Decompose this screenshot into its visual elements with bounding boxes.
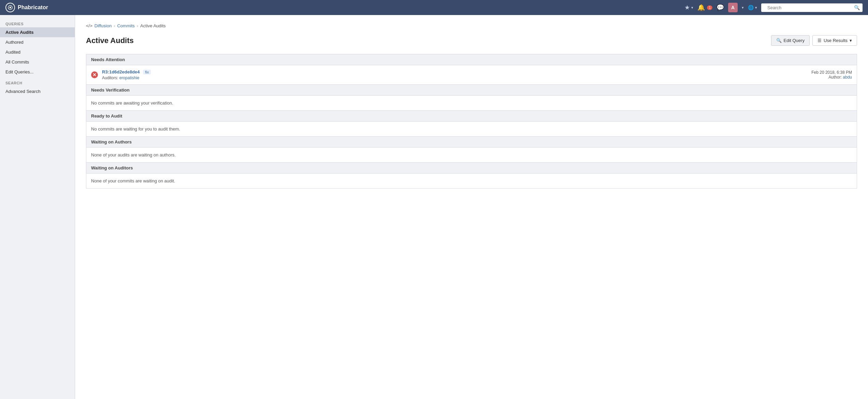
section-needs-verification: Needs Verification No commits are awaiti… bbox=[86, 85, 857, 111]
empty-message-needs-verification: No commits are awaiting your verificatio… bbox=[86, 96, 857, 110]
breadcrumb-sep-1: › bbox=[114, 23, 115, 28]
queries-section-label: QUERIES bbox=[0, 18, 75, 27]
sidebar-item-authored[interactable]: Authored bbox=[0, 37, 75, 47]
commit-hash-link[interactable]: R3:1d6d2ede8de4 bbox=[102, 69, 140, 74]
use-results-button[interactable]: ☰ Use Results ▾ bbox=[812, 35, 857, 46]
app-name: Phabricator bbox=[18, 4, 48, 11]
auditor-link[interactable]: eropatishie bbox=[119, 75, 140, 80]
breadcrumb-current: Active Audits bbox=[140, 23, 165, 28]
page-title: Active Audits bbox=[86, 36, 134, 45]
commit-tag: fix bbox=[143, 70, 151, 74]
logo-icon bbox=[5, 3, 15, 12]
section-ready-to-audit: Ready to Audit No commits are waiting fo… bbox=[86, 111, 857, 137]
use-results-chevron: ▾ bbox=[850, 38, 852, 43]
commit-info: R3:1d6d2ede8de4 fix Auditors: eropatishi… bbox=[102, 69, 807, 80]
logo-link[interactable]: Phabricator bbox=[5, 3, 48, 12]
breadcrumb-diffusion[interactable]: Diffusion bbox=[95, 23, 112, 28]
notification-badge: 1 bbox=[707, 5, 712, 10]
section-body-ready-to-audit: No commits are waiting for you to audit … bbox=[86, 122, 857, 136]
commit-auditors: Auditors: eropatishie bbox=[102, 75, 807, 80]
svg-point-1 bbox=[10, 7, 11, 9]
use-results-icon: ☰ bbox=[818, 38, 822, 43]
section-header-waiting-on-auditors: Waiting on Auditors bbox=[86, 163, 857, 174]
commit-row: ✕ R3:1d6d2ede8de4 fix Auditors: eropatis… bbox=[86, 65, 857, 84]
sidebar-item-edit-queries[interactable]: Edit Queries... bbox=[0, 67, 75, 77]
search-container: 🔍 bbox=[761, 3, 863, 12]
section-body-needs-verification: No commits are awaiting your verificatio… bbox=[86, 96, 857, 110]
sidebar-item-advanced-search[interactable]: Advanced Search bbox=[0, 86, 75, 96]
section-header-waiting-on-authors: Waiting on Authors bbox=[86, 137, 857, 148]
breadcrumb-sep-2: › bbox=[137, 23, 138, 28]
sidebar-item-audited[interactable]: Audited bbox=[0, 47, 75, 57]
section-body-waiting-on-auditors: None of your commits are waiting on audi… bbox=[86, 174, 857, 188]
topnav: Phabricator ★ ▾ 🔔 1 💬 A ▾ 🌐 ▾ 🔍 bbox=[0, 0, 868, 15]
header-actions: 🔍 Edit Query ☰ Use Results ▾ bbox=[771, 35, 857, 46]
layout: QUERIES Active Audits Authored Audited A… bbox=[0, 15, 868, 399]
commit-hash: R3:1d6d2ede8de4 fix bbox=[102, 69, 807, 74]
avatar-dropdown-icon[interactable]: ▾ bbox=[742, 5, 744, 10]
edit-query-icon: 🔍 bbox=[776, 38, 782, 43]
favorites-icon[interactable]: ★ ▾ bbox=[684, 4, 693, 11]
search-icon[interactable]: 🔍 bbox=[854, 5, 860, 10]
breadcrumb-commits[interactable]: Commits bbox=[117, 23, 134, 28]
commit-author: Author: abdu bbox=[811, 75, 852, 80]
section-waiting-on-auditors: Waiting on Auditors None of your commits… bbox=[86, 163, 857, 189]
empty-message-ready-to-audit: No commits are waiting for you to audit … bbox=[86, 122, 857, 136]
section-body-waiting-on-authors: None of your audits are waiting on autho… bbox=[86, 148, 857, 162]
sidebar: QUERIES Active Audits Authored Audited A… bbox=[0, 15, 75, 399]
sidebar-item-all-commits[interactable]: All Commits bbox=[0, 57, 75, 67]
author-link[interactable]: abdu bbox=[843, 75, 852, 80]
diffusion-icon: </> bbox=[86, 23, 92, 28]
breadcrumb: </> Diffusion › Commits › Active Audits bbox=[86, 23, 857, 28]
globe-icon[interactable]: 🌐 ▾ bbox=[748, 5, 757, 10]
empty-message-waiting-on-auditors: None of your commits are waiting on audi… bbox=[86, 174, 857, 188]
section-header-needs-attention: Needs Attention bbox=[86, 54, 857, 65]
section-header-needs-verification: Needs Verification bbox=[86, 85, 857, 96]
commit-date: Feb 20 2018, 6:38 PM bbox=[811, 70, 852, 75]
section-waiting-on-authors: Waiting on Authors None of your audits a… bbox=[86, 137, 857, 163]
main-content: </> Diffusion › Commits › Active Audits … bbox=[75, 15, 868, 399]
commit-error-icon: ✕ bbox=[91, 71, 98, 78]
commit-meta: Feb 20 2018, 6:38 PM Author: abdu bbox=[811, 70, 852, 80]
edit-query-button[interactable]: 🔍 Edit Query bbox=[771, 35, 810, 46]
search-section-label: SEARCH bbox=[0, 77, 75, 86]
section-header-ready-to-audit: Ready to Audit bbox=[86, 111, 857, 122]
page-header: Active Audits 🔍 Edit Query ☰ Use Results… bbox=[86, 35, 857, 46]
messages-icon[interactable]: 💬 bbox=[717, 4, 724, 11]
section-needs-attention: Needs Attention ✕ R3:1d6d2ede8de4 fix Au… bbox=[86, 54, 857, 85]
notifications-icon[interactable]: 🔔 1 bbox=[697, 4, 712, 11]
sidebar-item-active-audits[interactable]: Active Audits bbox=[0, 27, 75, 37]
section-body-needs-attention: ✕ R3:1d6d2ede8de4 fix Auditors: eropatis… bbox=[86, 65, 857, 84]
avatar[interactable]: A bbox=[728, 3, 738, 12]
search-input[interactable] bbox=[764, 3, 853, 12]
empty-message-waiting-on-authors: None of your audits are waiting on autho… bbox=[86, 148, 857, 162]
